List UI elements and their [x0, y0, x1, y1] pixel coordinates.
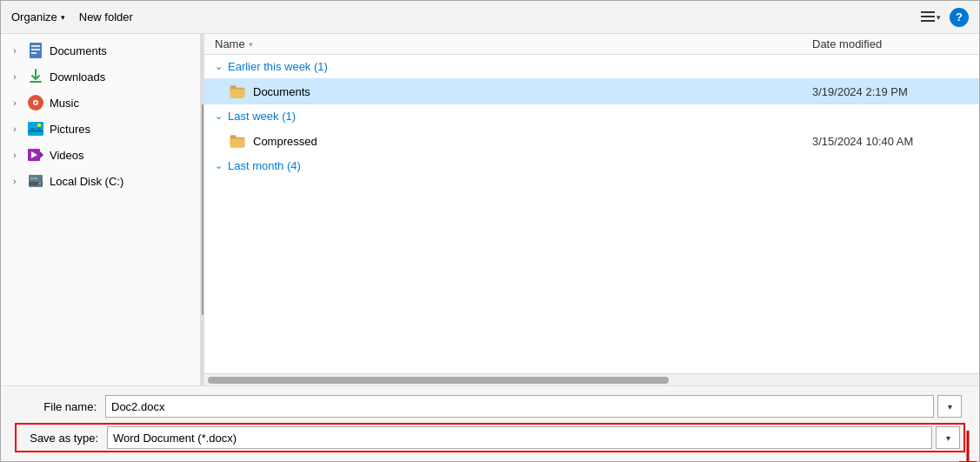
help-button[interactable]: ? [950, 8, 969, 27]
svg-rect-6 [31, 52, 37, 54]
bottom-section: File name: ▾ Save as type: Word Document… [1, 385, 979, 461]
view-button[interactable]: ▾ [916, 8, 946, 27]
dropdown-chevron-icon: ▾ [948, 402, 952, 412]
red-arrow-indicator [959, 431, 980, 462]
sidebar-label-localdisk: Local Disk (C:) [50, 175, 123, 188]
sidebar-chevron-icon: › [8, 122, 22, 136]
videos-icon [27, 146, 44, 164]
col-date-header[interactable]: Date modified [812, 37, 969, 50]
svg-point-13 [37, 124, 41, 127]
sidebar-chevron-icon: › [8, 96, 22, 110]
sidebar-chevron-icon: › [8, 174, 22, 188]
group-label-2: Last month (4) [228, 159, 301, 172]
col-name-sort-icon: ▾ [249, 40, 253, 49]
sidebar-label-documents: Documents [50, 44, 107, 57]
file-name-label: File name: [18, 400, 97, 413]
group-header-1[interactable]: ⌄Last week (1) [204, 104, 979, 128]
organize-button[interactable]: Organize ▾ [11, 10, 65, 23]
group-collapse-icon: ⌄ [215, 160, 223, 171]
file-name-input-wrap: ▾ [105, 395, 962, 418]
svg-rect-2 [921, 20, 935, 22]
file-name: Documents [253, 85, 805, 98]
organize-chevron-icon: ▾ [61, 13, 65, 22]
col-name-label: Name [215, 37, 245, 50]
sidebar-item-videos[interactable]: ›Videos [1, 142, 200, 168]
hamburger-icon [921, 11, 935, 23]
save-type-row: Save as type: Word Document (*.docx) Wor… [15, 423, 965, 452]
sidebar-chevron-icon: › [8, 44, 22, 57]
save-type-dropdown-button[interactable]: ▾ [936, 426, 960, 449]
sidebar-chevron-icon: › [8, 148, 22, 162]
file-name-input[interactable] [105, 395, 934, 418]
svg-point-19 [39, 183, 42, 185]
sidebar-chevron-icon: › [8, 70, 22, 84]
sidebar: ›Documents›Downloads›Music›Pictures›Vide… [1, 34, 201, 385]
view-chevron-icon: ▾ [937, 13, 941, 22]
svg-rect-5 [31, 49, 40, 50]
save-type-select[interactable]: Word Document (*.docx) Word 97-2003 Docu… [107, 426, 932, 449]
group-label-0: Earlier this week (1) [228, 60, 328, 73]
svg-rect-1 [921, 16, 935, 17]
horizontal-scrollbar[interactable] [204, 373, 979, 385]
svg-rect-20 [30, 177, 37, 179]
save-type-label: Save as type: [20, 432, 98, 445]
svg-rect-11 [28, 122, 43, 136]
toolbar: Organize ▾ New folder ▾ ? [1, 1, 979, 34]
group-header-0[interactable]: ⌄Earlier this week (1) [204, 55, 979, 78]
sidebar-item-downloads[interactable]: ›Downloads [1, 64, 200, 90]
folder-icon [229, 132, 246, 150]
group-collapse-icon: ⌄ [215, 110, 223, 122]
sidebar-item-pictures[interactable]: ›Pictures [1, 116, 200, 142]
sidebar-label-music: Music [50, 97, 79, 110]
sidebar-item-documents[interactable]: ›Documents [1, 37, 200, 64]
save-type-select-wrap: Word Document (*.docx) Word 97-2003 Docu… [107, 426, 960, 449]
documents-icon [27, 42, 44, 59]
save-dialog: Organize ▾ New folder ▾ ? ›Do [0, 0, 980, 462]
group-label-1: Last week (1) [228, 110, 296, 123]
file-date: 3/15/2024 10:40 AM [812, 135, 969, 148]
sidebar-label-pictures: Pictures [50, 123, 90, 136]
table-row[interactable]: Documents3/19/2024 2:19 PM [204, 78, 979, 104]
file-list-area: Name ▾ Date modified ⌄Earlier this week … [204, 34, 979, 385]
file-name-dropdown-button[interactable]: ▾ [937, 395, 962, 418]
pictures-icon [27, 120, 44, 137]
svg-marker-15 [40, 151, 43, 158]
toolbar-icons: ▾ ? [916, 8, 969, 27]
sidebar-label-videos: Videos [50, 149, 84, 162]
file-list-scroll[interactable]: ⌄Earlier this week (1) Documents3/19/202… [204, 55, 979, 373]
group-header-2[interactable]: ⌄Last month (4) [204, 154, 979, 177]
sidebar-item-localdisk[interactable]: ›Local Disk (C:) [1, 168, 200, 194]
downloads-icon [27, 68, 44, 85]
save-type-chevron-icon: ▾ [946, 433, 950, 443]
localdisk-icon [27, 172, 44, 190]
svg-rect-0 [921, 11, 935, 13]
col-name-header[interactable]: Name ▾ [215, 37, 805, 50]
svg-rect-4 [31, 45, 40, 47]
new-folder-button[interactable]: New folder [79, 10, 133, 23]
sidebar-resize-handle[interactable] [201, 34, 204, 385]
hscroll-thumb[interactable] [208, 377, 669, 384]
sidebar-item-music[interactable]: ›Music [1, 90, 200, 116]
file-list-header: Name ▾ Date modified [204, 34, 979, 55]
sidebar-label-downloads: Downloads [50, 70, 105, 84]
main-content: ›Documents›Downloads›Music›Pictures›Vide… [1, 34, 979, 385]
file-date: 3/19/2024 2:19 PM [812, 85, 969, 98]
table-row[interactable]: Compressed3/15/2024 10:40 AM [204, 128, 979, 154]
file-name: Compressed [253, 135, 805, 148]
svg-point-10 [35, 102, 37, 104]
music-icon [27, 94, 44, 111]
group-collapse-icon: ⌄ [215, 61, 223, 72]
file-name-row: File name: ▾ [18, 395, 962, 418]
organize-label: Organize [11, 10, 57, 23]
folder-icon [229, 83, 246, 100]
